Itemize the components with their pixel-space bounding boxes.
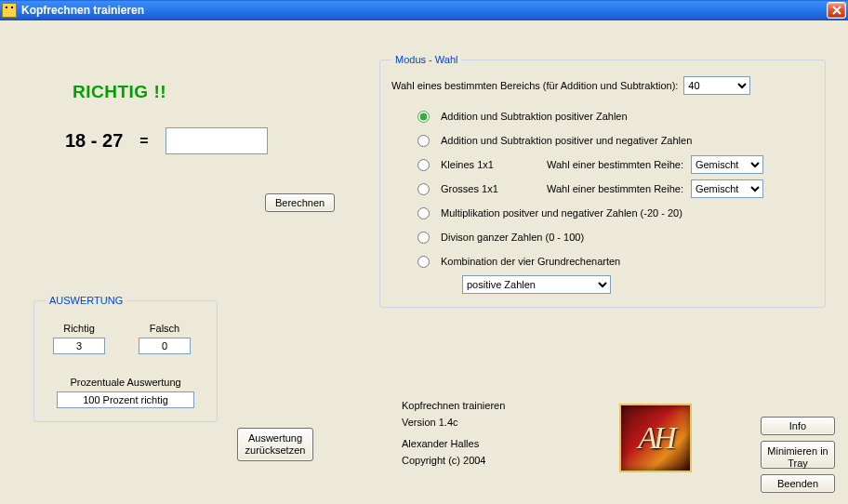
correct-value: 3 xyxy=(53,338,105,354)
minimize-to-tray-button[interactable]: Minimieren in Tray xyxy=(761,441,835,469)
info-button[interactable]: Info xyxy=(761,417,835,435)
equation-expression: 18 - 27 xyxy=(65,130,123,152)
range-label: Wahl eines bestimmten Bereichs (für Addi… xyxy=(391,80,678,91)
mode-radio-combination[interactable] xyxy=(417,256,430,268)
mode-label-6[interactable]: Divison ganzer Zahlen (0 - 100) xyxy=(441,232,584,243)
mode-label-5[interactable]: Multiplikation positver und negativer Za… xyxy=(441,207,682,219)
equals-sign: = xyxy=(139,133,148,150)
combination-select[interactable]: positive Zahlen xyxy=(462,275,611,294)
app-window: Kopfrechnen trainieren RICHTIG !! 18 - 2… xyxy=(0,0,848,504)
mode-radio-division[interactable] xyxy=(417,232,430,244)
mode-legend: Modus - Wahl xyxy=(391,54,461,65)
mode-group: Modus - Wahl Wahl eines bestimmten Berei… xyxy=(379,54,826,308)
logo-image: AH xyxy=(619,404,692,472)
percent-label: Prozentuale Auswertung xyxy=(46,377,205,388)
equation-row: 18 - 27 = xyxy=(65,127,268,154)
mode-label-3[interactable]: Kleines 1x1 xyxy=(441,159,524,170)
evaluation-legend: AUSWERTUNG xyxy=(46,295,126,306)
close-icon xyxy=(832,6,841,15)
range-select[interactable]: 40 xyxy=(683,76,750,95)
reset-evaluation-button[interactable]: Auswertung zurücksetzen xyxy=(237,428,313,461)
about-block: Kopfrechnen trainieren Version 1.4c Alex… xyxy=(402,398,505,469)
percent-value: 100 Prozent richtig xyxy=(57,391,194,408)
about-title: Kopfrechnen trainieren xyxy=(402,398,505,415)
logo-monogram: AH xyxy=(638,420,672,456)
answer-input[interactable] xyxy=(166,127,268,154)
about-version: Version 1.4c xyxy=(402,415,505,431)
feedback-label: RICHTIG !! xyxy=(73,82,166,102)
titlebar: Kopfrechnen trainieren xyxy=(0,0,848,20)
calculate-button[interactable]: Berechnen xyxy=(265,193,335,212)
reihe-label-2: Wahl einer bestimmten Reihe: xyxy=(547,183,683,194)
close-button[interactable] xyxy=(827,2,846,19)
quit-button[interactable]: Beenden xyxy=(761,474,835,493)
wrong-value: 0 xyxy=(139,338,191,354)
mode-label-1[interactable]: Addition und Subtraktion positiver Zahle… xyxy=(441,111,628,122)
mode-radio-kleines-1x1[interactable] xyxy=(417,159,430,171)
evaluation-group: AUSWERTUNG Richtig 3 Falsch 0 Prozentual… xyxy=(33,295,218,422)
app-icon xyxy=(2,3,17,18)
reihe-label-1: Wahl einer bestimmten Reihe: xyxy=(547,159,683,170)
right-button-column: Info Minimieren in Tray Beenden xyxy=(761,417,835,493)
reihe-select-kleines[interactable]: Gemischt xyxy=(691,155,763,174)
mode-radio-mult-pos-neg[interactable] xyxy=(417,207,430,219)
about-copyright: Copyright (c) 2004 xyxy=(402,453,505,470)
correct-label: Richtig xyxy=(53,323,105,334)
reihe-select-grosses[interactable]: Gemischt xyxy=(691,179,763,198)
content-area: RICHTIG !! 18 - 27 = Berechnen AUSWERTUN… xyxy=(0,20,848,504)
about-author: Alexander Halles xyxy=(402,436,505,453)
mode-label-2[interactable]: Addition und Subtraktion positiver und n… xyxy=(441,135,692,146)
mode-label-4[interactable]: Grosses 1x1 xyxy=(441,183,524,194)
mode-radio-grosses-1x1[interactable] xyxy=(417,183,430,195)
wrong-label: Falsch xyxy=(139,323,191,334)
mode-label-7[interactable]: Kombination der vier Grundrechenarten xyxy=(441,256,620,267)
mode-radio-add-sub-positive[interactable] xyxy=(417,111,430,123)
mode-radio-add-sub-pos-neg[interactable] xyxy=(417,135,430,147)
window-title: Kopfrechnen trainieren xyxy=(21,4,144,17)
